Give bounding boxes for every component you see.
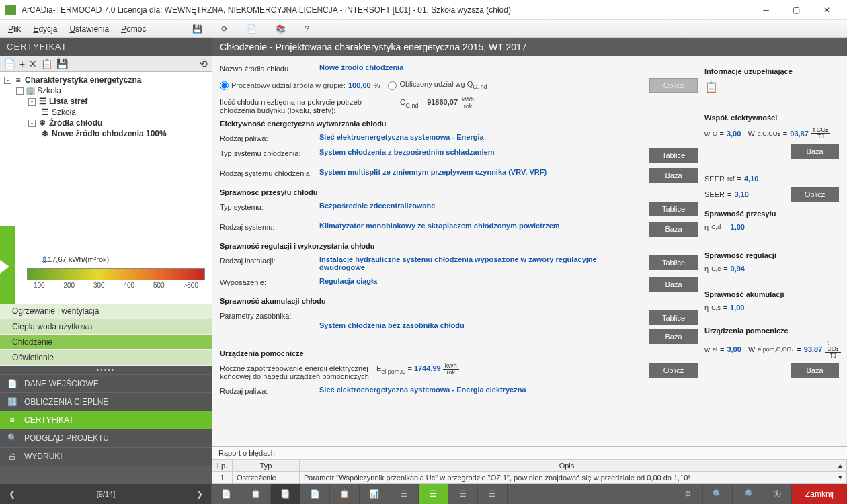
value-param-zasob[interactable]: System chłodzenia bez zasobnika chłodu [319, 310, 644, 329]
tool-icon-7[interactable]: ☰ [389, 484, 419, 504]
value-wyposazenie[interactable]: Regulacja ciągła [319, 277, 644, 285]
label-pct: % [374, 81, 380, 89]
side-ncs: ηC,s = 1,00 [704, 304, 839, 312]
value-rodzaj-paliwa2[interactable]: Sieć elektroenergetyczna systemowa - Ene… [319, 386, 698, 394]
sync-icon[interactable]: ⟲ [200, 58, 208, 69]
radio-obliczony[interactable] [388, 81, 397, 90]
button-baza-2[interactable]: Baza [649, 222, 698, 237]
nav-next-button[interactable]: ❯ [188, 484, 212, 504]
button-tablice-4[interactable]: Tablice [649, 310, 698, 325]
value-typ-sys-ch[interactable]: System chłodzenia z bezpośrednim schładz… [319, 148, 644, 156]
info-icon[interactable]: 📋 [704, 81, 839, 93]
label-rodzaj-instal: Rodzaj instalacji: [220, 255, 314, 265]
save-icon[interactable]: 💾 [192, 24, 202, 34]
close-app-button[interactable]: Zamknij [792, 484, 847, 504]
side-btn-oblicz[interactable]: Oblicz [791, 187, 839, 202]
value-rodzaj-instal[interactable]: Instalacje hydrauliczne systemu chłodzen… [319, 255, 644, 271]
print-icon: 🖨 [7, 452, 17, 461]
add-page-icon[interactable]: 📄 [4, 58, 15, 69]
tool-find-icon[interactable]: 🔎 [733, 484, 762, 504]
cat-ogrzewanie[interactable]: Ogrzewanie i wentylacja [0, 304, 212, 319]
table-row[interactable]: 1 Ostrzeżenie Parametr "Współczynnik prz… [212, 472, 847, 484]
section-przesyl: Sprawność przesyłu chłodu [220, 188, 698, 196]
tool-icon-9[interactable]: ☰ [448, 484, 478, 504]
tree-szkola[interactable]: -🏢Szkoła [4, 85, 208, 96]
tool-search-icon[interactable]: 🔍 [703, 484, 733, 504]
disk-icon[interactable]: 💾 [56, 58, 68, 69]
side-przesyl-head: Sprawność przesyłu [704, 210, 839, 218]
button-baza-1[interactable]: Baza [649, 168, 698, 183]
side-wel: wel = 3,00 We,pom,C,CO₂ = 93,87 t CO₂TJ [704, 340, 839, 359]
help-icon[interactable]: ? [305, 24, 309, 34]
tool-icon-10[interactable]: ☰ [478, 484, 508, 504]
value-typ-sys[interactable]: Bezpośrednie zdecentralizowane [319, 202, 644, 210]
tool-icon-3[interactable]: 📑 [271, 484, 300, 504]
side-regulacja-head: Sprawność regulacji [704, 251, 839, 259]
side-ncd: ηC,d = 1,00 [704, 223, 839, 231]
nav-podglad[interactable]: 🔍PODGLĄD PROJEKTU [0, 429, 212, 447]
error-scroll-up-icon[interactable]: ▴ [834, 460, 847, 472]
menu-edycja[interactable]: Edycja [33, 24, 57, 34]
error-scroll-down-icon[interactable]: ▾ [834, 472, 847, 484]
menubar: Plik Edycja Ustawienia Pomoc 💾 ⟳ 📄 📚 ? [0, 20, 847, 38]
close-button[interactable]: ✕ [811, 0, 842, 20]
value-rodzaj-sys-ch[interactable]: System multisplit ze zmiennym przepływem… [319, 168, 644, 176]
value-rodzaj-paliwa[interactable]: Sieć elektroenergetyczna systemowa - Ene… [319, 133, 698, 141]
nav-obliczenia[interactable]: 🔢OBLICZENIA CIEPLNE [0, 392, 212, 411]
minimize-button[interactable]: ─ [751, 0, 781, 20]
gauge-color-bar [27, 268, 205, 280]
preview-icon: 🔍 [7, 433, 17, 443]
cat-ciepla-woda[interactable]: Ciepła woda użytkowa [0, 319, 212, 335]
energy-gauge: ⇩ 117,67 kWh/(m²rok) 100200300400500>500 [0, 253, 212, 304]
tool-icon-4[interactable]: 📄 [300, 484, 330, 504]
section-regulacja: Sprawność regulacji i wykorzystania chło… [220, 242, 698, 250]
refresh-icon[interactable]: ⟳ [221, 24, 228, 34]
tool-icon-5[interactable]: 📋 [330, 484, 360, 504]
tool-icon-1[interactable]: 📄 [212, 484, 241, 504]
button-tablice-1[interactable]: Tablice [649, 148, 698, 163]
nav-wydruki[interactable]: 🖨WYDRUKI [0, 447, 212, 465]
side-btn-baza-1[interactable]: Baza [791, 144, 839, 159]
nav-page-indicator: [9/14] [24, 490, 188, 498]
copy-icon[interactable]: 📋 [41, 58, 52, 69]
tree-nowe-zrodlo[interactable]: ❄Nowe źródło chłodzenia 100% [4, 128, 208, 139]
nav-dane-wejsciowe[interactable]: 📄DANE WEJŚCIOWE [0, 374, 212, 392]
tree-zrodla-chlodu[interactable]: -❄Źródła chłodu [4, 118, 208, 128]
nav-certyfikat[interactable]: ≡CERTYFIKAT [0, 411, 212, 429]
error-panel: Raport o błędach Lp. Typ Opis ▴ 1 Ostrze… [212, 446, 847, 484]
button-baza-4[interactable]: Baza [649, 329, 698, 344]
tree-root[interactable]: -≡Charakterystyka energetyczna [4, 75, 208, 85]
section-akumulacja: Sprawność akumulacji chłodu [220, 297, 698, 305]
maximize-button[interactable]: ▢ [781, 0, 811, 20]
menu-plik[interactable]: Plik [8, 24, 21, 34]
category-list: Ogrzewanie i wentylacja Ciepła woda użyt… [0, 304, 212, 366]
button-tablice-3[interactable]: Tablice [649, 255, 698, 270]
button-oblicz-2[interactable]: Oblicz [649, 363, 698, 378]
tree-szkola-2[interactable]: ☰Szkoła [4, 107, 208, 118]
tool-icon-8[interactable]: ☰ [419, 484, 448, 504]
cat-chlodzenie[interactable]: Chłodzenie [0, 335, 212, 350]
cat-oswietlenie[interactable]: Oświetlenie [0, 350, 212, 366]
tool-icon-2[interactable]: 📋 [241, 484, 271, 504]
label-rodzaj-sys: Rodzaj systemu: [220, 222, 314, 231]
eelpom-formula: Eel,pom,C = 1744,99 kWhrok [376, 363, 459, 376]
toolbar-icon-3[interactable]: 📄 [247, 24, 257, 34]
button-tablice-2[interactable]: Tablice [649, 202, 698, 216]
radio-procentowy[interactable] [220, 81, 229, 90]
list-icon: ≡ [7, 415, 17, 425]
window-title: ArCADia-TERMOCAD 7.0 Licencja dla: WEWNĘ… [22, 5, 751, 15]
menu-ustawienia[interactable]: Ustawienia [69, 24, 109, 34]
menu-pomoc[interactable]: Pomoc [121, 24, 146, 34]
value-rodzaj-sys[interactable]: Klimatyzator monoblokowy ze skraplaczem … [319, 222, 644, 230]
value-nazwa-zrodla[interactable]: Nowe źródło chłodzenia [319, 63, 698, 71]
button-baza-3[interactable]: Baza [649, 277, 698, 292]
tool-icon-6[interactable]: 📊 [360, 484, 389, 504]
side-btn-baza-2[interactable]: Baza [791, 363, 839, 378]
nav-prev-button[interactable]: ❮ [0, 484, 24, 504]
tool-help-icon[interactable]: 🛈 [762, 484, 792, 504]
tool-settings-icon[interactable]: ⚙ [674, 484, 703, 504]
add-icon[interactable]: + [19, 58, 25, 69]
delete-icon[interactable]: ✕ [29, 58, 37, 69]
tree-lista-stref[interactable]: -☰Lista stref [4, 96, 208, 107]
toolbar-icon-4[interactable]: 📚 [276, 24, 286, 34]
